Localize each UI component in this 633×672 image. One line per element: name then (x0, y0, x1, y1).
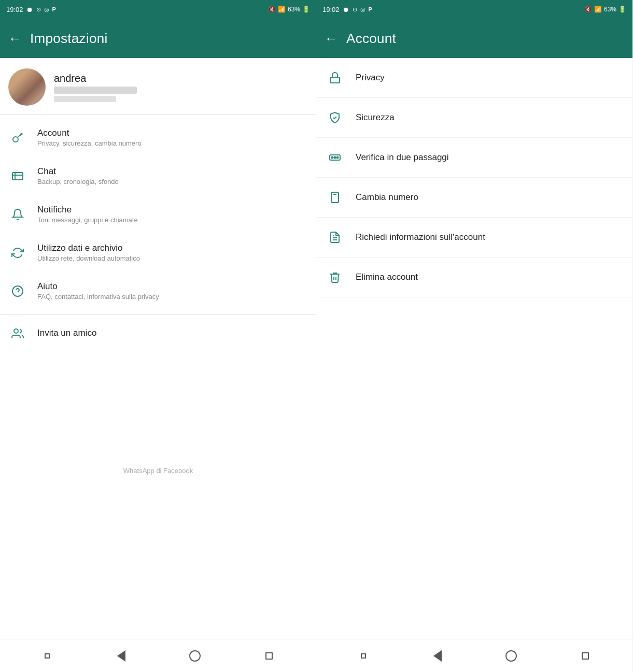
spotify-icon-right: ⏺ (343, 6, 349, 13)
request-icon (327, 229, 343, 246)
help-icon (8, 282, 27, 301)
nav-recent-icon (265, 652, 273, 660)
mute-icon-right: 🔇 (584, 6, 592, 13)
menu-item-chat[interactable]: Chat Backup, cronologia, sfondo (0, 157, 316, 195)
nav-back-icon-right (433, 650, 442, 662)
page-title-right: Account (346, 31, 396, 47)
profile-section[interactable]: andrea (0, 58, 316, 115)
account-item-elimina[interactable]: Elimina account (316, 258, 632, 297)
account-item-richiedi[interactable]: Richiedi informazioni sull'account (316, 218, 632, 258)
svg-point-9 (14, 329, 18, 333)
nav-menu-right[interactable] (353, 646, 374, 666)
verifica-label: Verifica in due passaggi (356, 152, 449, 163)
trash-icon (327, 269, 343, 285)
status-right-right: 🔇 📶 63% 🔋 (584, 6, 626, 13)
aiuto-subtitle: FAQ, contattaci, informativa sulla priva… (37, 293, 308, 301)
menu-item-dati[interactable]: Utilizzo dati e archivio Utilizzo rete, … (0, 234, 316, 272)
account-item-verifica[interactable]: Verifica in due passaggi (316, 138, 632, 178)
aiuto-menu-text: Aiuto FAQ, contattaci, informativa sulla… (37, 281, 308, 301)
content-left: andrea Account Privacy, sicurezza, cambi… (0, 58, 316, 639)
richiedi-label: Richiedi informazioni sull'account (356, 232, 485, 242)
profile-phone-bar (54, 96, 116, 102)
status-bar-right: 19:02 ⏺ ⊙ ◎ P 🔇 📶 63% 🔋 (316, 0, 632, 19)
cast-icon-right: ⊙ (353, 6, 357, 13)
sicurezza-label: Sicurezza (356, 112, 395, 123)
cast-icon: ⊙ (36, 6, 41, 13)
notifiche-menu-text: Notifiche Toni messaggi, gruppi e chiama… (37, 205, 308, 224)
svg-rect-4 (12, 173, 23, 180)
notifiche-title: Notifiche (37, 205, 308, 215)
svg-point-12 (332, 157, 333, 159)
alarm-icon: ◎ (44, 6, 49, 13)
svg-point-0 (13, 137, 18, 142)
header-left: ← Impostazioni (0, 19, 316, 58)
dati-title: Utilizzo dati e archivio (37, 243, 308, 253)
dati-menu-text: Utilizzo dati e archivio Utilizzo rete, … (37, 243, 308, 262)
avatar (8, 68, 46, 106)
privacy-label: Privacy (356, 73, 385, 83)
twostep-icon (327, 149, 343, 166)
nav-back-right[interactable] (427, 646, 448, 666)
nav-menu-left[interactable] (37, 646, 58, 666)
chat-title: Chat (37, 166, 308, 177)
invite-icon (8, 324, 27, 343)
nav-recent-right[interactable] (575, 646, 596, 666)
dati-subtitle: Utilizzo rete, download automatico (37, 254, 308, 262)
page-title-left: Impostazioni (30, 31, 108, 47)
back-button-left[interactable]: ← (8, 32, 22, 45)
time-left: 19:02 (6, 6, 23, 13)
elimina-label: Elimina account (356, 272, 418, 282)
wifi-icon-right: 📶 (594, 6, 602, 13)
nav-back-icon (117, 650, 125, 662)
back-button-right[interactable]: ← (325, 32, 338, 45)
battery-right: 63% (604, 6, 616, 13)
account-title: Account (37, 128, 308, 138)
p-icon-right: P (369, 6, 372, 12)
notifiche-subtitle: Toni messaggi, gruppi e chiamate (37, 216, 308, 224)
account-item-sicurezza[interactable]: Sicurezza (316, 98, 632, 138)
right-panel: 19:02 ⏺ ⊙ ◎ P 🔇 📶 63% 🔋 ← Account P (316, 0, 632, 672)
account-menu-text: Account Privacy, sicurezza, cambia numer… (37, 128, 308, 147)
data-icon (8, 244, 27, 262)
header-right: ← Account (316, 19, 632, 58)
lock-icon (327, 69, 343, 86)
invite-label: Invita un amico (37, 328, 308, 338)
nav-back-left[interactable] (111, 646, 132, 666)
nav-recent-left[interactable] (259, 646, 279, 666)
shield-icon (327, 109, 343, 126)
menu-item-notifiche[interactable]: Notifiche Toni messaggi, gruppi e chiama… (0, 195, 316, 234)
account-item-cambia[interactable]: Cambia numero (316, 178, 632, 218)
nav-bar-right (316, 639, 632, 672)
account-item-privacy[interactable]: Privacy (316, 58, 632, 98)
nav-home-right[interactable] (501, 646, 522, 666)
aiuto-title: Aiuto (37, 281, 308, 292)
nav-home-icon (189, 650, 201, 662)
menu-item-invite[interactable]: Invita un amico (0, 314, 316, 353)
battery-icon-right: 🔋 (618, 6, 626, 13)
invite-text: Invita un amico (37, 328, 308, 339)
svg-rect-10 (330, 77, 340, 83)
nav-square-icon-right (361, 653, 366, 659)
battery-icon: 🔋 (302, 6, 310, 13)
status-bar-left: 19:02 ⏺ ⊙ ◎ P 🔇 📶 63% 🔋 (0, 0, 316, 19)
account-subtitle: Privacy, sicurezza, cambia numero (37, 139, 308, 147)
battery-left: 63% (288, 6, 300, 13)
change-number-icon (327, 189, 343, 206)
status-left: 19:02 ⏺ ⊙ ◎ P (6, 6, 56, 13)
menu-item-aiuto[interactable]: Aiuto FAQ, contattaci, informativa sulla… (0, 272, 316, 310)
chat-subtitle: Backup, cronologia, sfondo (37, 178, 308, 185)
svg-line-3 (20, 134, 21, 136)
p-icon: P (52, 6, 56, 12)
profile-info: andrea (54, 73, 308, 102)
nav-bar-left (0, 639, 316, 672)
key-icon (8, 128, 27, 147)
nav-square-icon (45, 653, 50, 659)
svg-point-14 (337, 157, 339, 159)
spotify-icon: ⏺ (26, 6, 33, 13)
profile-name: andrea (54, 73, 308, 84)
nav-home-left[interactable] (185, 646, 205, 666)
wifi-icon: 📶 (278, 6, 286, 13)
left-panel: 19:02 ⏺ ⊙ ◎ P 🔇 📶 63% 🔋 ← Impostazioni a… (0, 0, 316, 672)
menu-item-account[interactable]: Account Privacy, sicurezza, cambia numer… (0, 119, 316, 157)
chat-icon (8, 167, 27, 185)
